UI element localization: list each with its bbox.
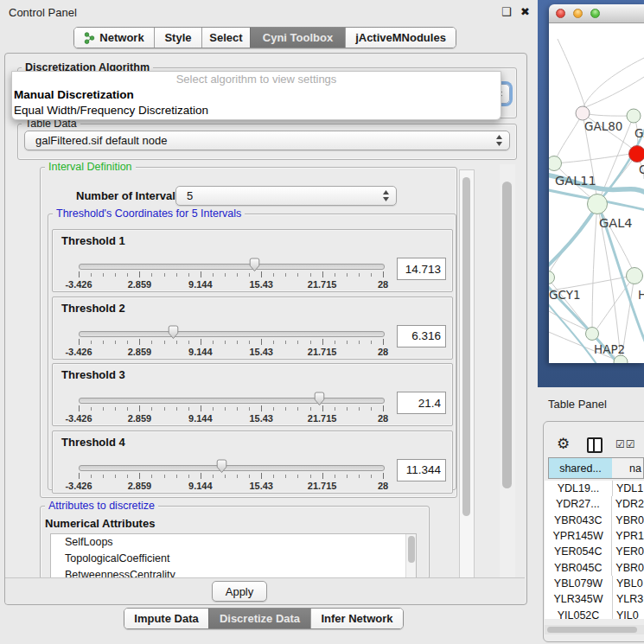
tab-discretize-data[interactable]: Discretize Data — [208, 609, 310, 628]
cell-name[interactable]: YBR0 — [611, 513, 644, 528]
num-intervals-combobox[interactable]: 5 — [175, 186, 397, 206]
network-window-titlebar[interactable] — [549, 4, 644, 23]
tick-mark — [213, 273, 214, 277]
tick-label: 15.43 — [249, 347, 273, 357]
tick-mark — [285, 407, 286, 411]
tab-impute-data[interactable]: Impute Data — [124, 609, 208, 628]
gcy1-node[interactable] — [549, 271, 555, 284]
tab-infer-network[interactable]: Infer Network — [310, 609, 403, 628]
cell-shared-name[interactable]: YIL052C — [545, 609, 612, 619]
gear-icon[interactable]: ⚙ — [557, 435, 570, 453]
slider-track[interactable] — [79, 264, 385, 270]
attribute-list-item[interactable]: TopologicalCoefficient — [51, 551, 416, 567]
cell-name[interactable]: YDR2 — [611, 496, 644, 512]
cell-name[interactable]: YPR1 — [611, 528, 644, 544]
cell-name[interactable]: YLR3 — [612, 591, 643, 607]
select-columns-icon[interactable]: ☑☑ — [615, 438, 636, 450]
table-row[interactable]: YBR045CYBR0 — [545, 559, 644, 575]
list-scrollbar-thumb[interactable] — [408, 536, 415, 563]
column-header-shared[interactable]: shared... — [548, 457, 613, 479]
split-columns-icon[interactable] — [587, 437, 603, 453]
gal4-node[interactable] — [588, 194, 608, 214]
list-scrollbar[interactable] — [405, 534, 416, 578]
slider-thumb[interactable] — [248, 258, 261, 272]
apply-button[interactable]: Apply — [212, 581, 267, 602]
table-rows: YDL19...YDL1YDR27...YDR2YBR043CYBR0YPR14… — [545, 481, 644, 619]
tick-label: -3.426 — [65, 279, 92, 290]
cell-shared-name[interactable]: YER054C — [545, 545, 611, 558]
tab-style[interactable]: Style — [154, 28, 201, 48]
cell-shared-name[interactable]: YBR043C — [545, 514, 611, 526]
table-row[interactable]: YDL19...YDL1 — [545, 481, 644, 496]
slider-thumb[interactable] — [313, 392, 326, 406]
slider-track[interactable] — [79, 398, 385, 404]
minimize-traffic-light-icon[interactable] — [573, 9, 583, 18]
tab-label: Cyni Toolbox — [263, 31, 333, 44]
threshold-value-input[interactable] — [397, 258, 446, 280]
attribute-list-item[interactable]: SelfLoops — [51, 534, 416, 551]
numerical-attributes-list[interactable]: SelfLoopsTopologicalCoefficientBetweenne… — [50, 533, 417, 579]
cell-name[interactable]: YIL0 — [612, 607, 639, 619]
outer-scrollbar-thumb[interactable] — [502, 182, 512, 488]
threshold-box: Threshold 3 -3.4262.8599.14415.4321.7152… — [52, 363, 453, 426]
slider-thumb[interactable] — [167, 325, 180, 340]
cell-name[interactable]: YDL1 — [612, 481, 643, 496]
slider-track[interactable] — [79, 465, 385, 471]
tick-label: 9.144 — [188, 347, 213, 357]
gal11-node[interactable] — [549, 156, 562, 171]
table-data-combobox[interactable]: galFiltered.sif default node — [24, 131, 510, 150]
table-h-scrollbar-thumb[interactable] — [547, 627, 637, 633]
threshold-value-input[interactable] — [397, 392, 446, 414]
close-traffic-light-icon[interactable] — [556, 9, 565, 18]
cell-shared-name[interactable]: YDL19... — [545, 482, 612, 494]
zoom-traffic-light-icon[interactable] — [590, 9, 600, 18]
cell-shared-name[interactable]: YLR345W — [545, 593, 612, 605]
inner-scrollbar[interactable] — [459, 169, 475, 578]
dropdown-option-equal-width[interactable]: Equal Width/Frequency Discretization — [12, 103, 501, 118]
outer-scrollbar[interactable] — [500, 164, 515, 577]
network-window[interactable]: GAL80GACGAL11GAL4GCY1HHAP2 — [549, 4, 644, 363]
cell-shared-name[interactable]: YPR145W — [545, 530, 611, 542]
tab-network[interactable]: Network — [74, 28, 154, 48]
table-h-scrollbar[interactable] — [545, 625, 644, 634]
threshold-box: Threshold 2 -3.4262.8599.14415.4321.7152… — [52, 296, 453, 360]
gal2-node[interactable] — [627, 109, 641, 123]
red-node[interactable] — [629, 146, 644, 163]
tick-label: 21.715 — [308, 481, 337, 491]
tab-label: jActiveMNodules — [355, 31, 446, 44]
threshold-value-input[interactable] — [397, 459, 446, 481]
bottom-node[interactable] — [614, 355, 628, 363]
slider-track[interactable] — [79, 331, 385, 337]
table-row[interactable]: YBR043CYBR0 — [545, 513, 644, 528]
dropdown-option-manual[interactable]: Manual Discretization — [12, 87, 501, 103]
hap2-node[interactable] — [586, 328, 599, 341]
network-canvas[interactable]: GAL80GACGAL11GAL4GCY1HHAP2 — [549, 23, 644, 363]
slider-thumb[interactable] — [215, 459, 228, 474]
tick-label: -3.426 — [65, 347, 92, 357]
tick-mark — [249, 407, 250, 411]
tick-mark — [164, 273, 165, 277]
cell-shared-name[interactable]: YBR045C — [545, 562, 611, 574]
inner-scrollbar-thumb[interactable] — [462, 177, 470, 516]
table-row[interactable]: YIL052CYIL0 — [545, 607, 644, 619]
cell-shared-name[interactable]: YBL079W — [545, 577, 612, 590]
table-row[interactable]: YLR345WYLR3 — [545, 591, 644, 607]
column-header-name[interactable]: na — [612, 457, 644, 479]
tick-mark — [371, 273, 372, 277]
cell-name[interactable]: YBL0 — [612, 576, 643, 591]
table-row[interactable]: YER054CYER0 — [545, 544, 644, 559]
table-row[interactable]: YDR27...YDR2 — [545, 496, 644, 512]
cell-name[interactable]: YBR0 — [611, 559, 644, 575]
close-icon[interactable]: ✖ — [520, 5, 530, 18]
cell-name[interactable]: YER0 — [611, 544, 644, 559]
threshold-value-input[interactable] — [397, 325, 446, 348]
gal80-node[interactable] — [576, 106, 590, 120]
table-row[interactable]: YPR145WYPR1 — [545, 528, 644, 544]
table-row[interactable]: YBL079WYBL0 — [545, 576, 644, 591]
h-node[interactable] — [627, 268, 643, 284]
float-icon[interactable]: ❑ — [501, 5, 512, 18]
cell-shared-name[interactable]: YDR27... — [545, 498, 611, 510]
tab-select[interactable]: Select — [201, 28, 250, 48]
tab-jactivemnodules[interactable]: jActiveMNodules — [345, 28, 456, 48]
tab-cyni-toolbox[interactable]: Cyni Toolbox — [250, 28, 345, 48]
